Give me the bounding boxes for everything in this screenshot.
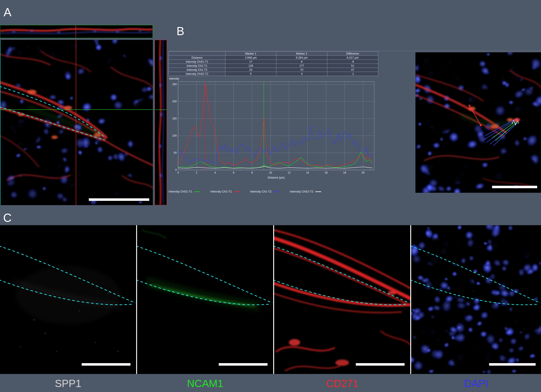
channel-image-spp1-svg [0, 225, 136, 374]
channel-image-dapi [411, 225, 541, 374]
svg-text:20: 20 [362, 171, 365, 174]
ortho-right-strip [155, 40, 167, 205]
svg-text:0: 0 [175, 168, 177, 172]
svg-text:250: 250 [172, 83, 177, 86]
panel-b-label: B [177, 25, 184, 37]
table-row: Intensity Ch2-T112617751 [169, 64, 378, 68]
channel-image-cd271-svg [274, 225, 410, 374]
panel-c-label: C [3, 212, 12, 224]
table-column-header: Difference [327, 52, 378, 56]
panel-a-label: A [4, 6, 11, 18]
channel-label-dapi: DAPI [411, 376, 541, 391]
channel-label-cd271: CD271 [274, 376, 410, 391]
scale-bar [89, 198, 149, 201]
svg-text:18: 18 [343, 171, 346, 174]
svg-text:14: 14 [306, 171, 309, 174]
svg-text:200: 200 [172, 100, 177, 103]
table-row: Intensity Ch1-T2237047 [169, 68, 378, 72]
confocal-image-a-svg [0, 40, 153, 205]
intensity-profile-chart: 05010015020025002468101214161820Intensit… [169, 77, 378, 183]
svg-text:6: 6 [233, 171, 234, 174]
svg-text:10: 10 [269, 171, 272, 174]
svg-text:8: 8 [251, 171, 253, 174]
ortho-top-strip [0, 25, 153, 38]
scale-bar [492, 186, 537, 188]
table-column-header: Marker 1 [225, 52, 276, 56]
channel-image-spp1 [0, 225, 136, 374]
scale-bar [489, 363, 536, 366]
measurement-table: Marker 1Marker 2Difference Distance2.948… [169, 51, 378, 76]
channel-image-dapi-svg [411, 225, 541, 374]
legend-item: Intensity ChS1-T1 [169, 190, 200, 193]
channel-label-spp1: SPP1 [0, 376, 136, 391]
channel-image-cd271 [274, 225, 410, 374]
measurement-table-body: Distance2.948 µm9.264 µm6.317 µmIntensit… [169, 56, 378, 76]
svg-text:50: 50 [174, 151, 177, 154]
table-row: Intensity ChS2-T254-1 [169, 72, 378, 76]
table-column-header [169, 52, 225, 56]
measurement-table-head: Marker 1Marker 2Difference [169, 52, 378, 56]
svg-text:12: 12 [288, 171, 291, 174]
channel-image-ncam1 [137, 225, 273, 374]
svg-text:Distance (µm): Distance (µm) [268, 176, 285, 179]
confocal-image-b-svg [416, 52, 541, 193]
scale-bar [356, 363, 404, 366]
scale-bar [82, 363, 130, 366]
svg-text:16: 16 [325, 171, 328, 174]
ortho-top-svg [0, 25, 153, 38]
confocal-image-a [0, 40, 153, 205]
legend-item: Intensity Ch2-T1 [210, 190, 240, 193]
chart-legend: Intensity ChS1-T1Intensity Ch2-T1Intensi… [169, 190, 383, 193]
table-row: Intensity ChS1-T1178-9 [169, 60, 378, 64]
svg-text:100: 100 [172, 134, 177, 137]
svg-text:0: 0 [177, 171, 179, 174]
channel-image-ncam1-svg [137, 225, 273, 374]
svg-text:4: 4 [214, 171, 216, 174]
figure-canvas: A B C [0, 0, 541, 392]
confocal-image-b [416, 52, 541, 193]
svg-text:Intensity: Intensity [169, 77, 179, 80]
svg-text:2: 2 [196, 171, 198, 174]
scale-bar [219, 363, 267, 366]
svg-text:150: 150 [172, 117, 177, 120]
ortho-right-svg [155, 40, 166, 205]
table-row: Distance2.948 µm9.264 µm6.317 µm [169, 56, 378, 60]
legend-item: Intensity ChS2-T2 [290, 190, 321, 193]
legend-item: Intensity Ch1-T2 [250, 190, 279, 193]
channel-label-ncam1: NCAM1 [137, 376, 273, 391]
table-column-header: Marker 2 [276, 52, 327, 56]
